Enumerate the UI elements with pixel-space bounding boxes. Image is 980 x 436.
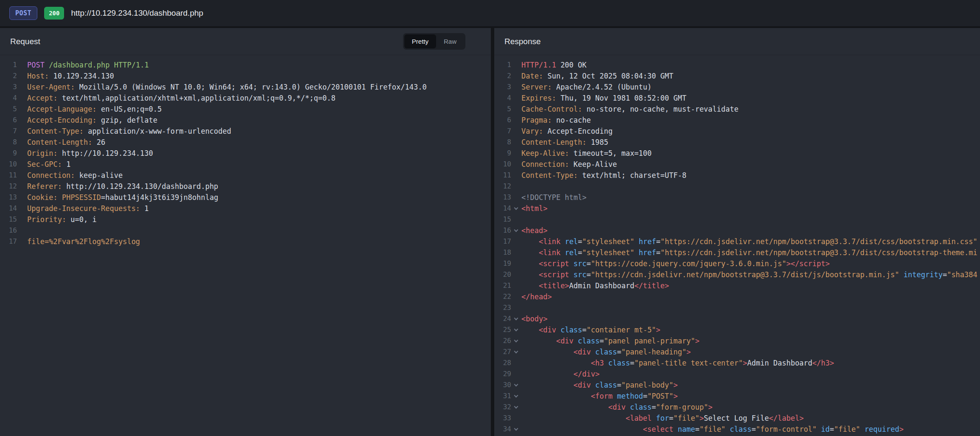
line-number: 19: [494, 258, 511, 269]
fold-chevron-icon[interactable]: [511, 230, 521, 231]
code-line: 15: [494, 214, 980, 225]
line-number: 18: [494, 247, 511, 258]
code-content: <title>Admin Dashboard</title>: [521, 280, 669, 291]
line-number: 5: [494, 104, 511, 115]
line-number: 13: [0, 192, 17, 203]
code-line: 12: [494, 181, 980, 192]
line-number: 27: [494, 346, 511, 357]
line-number: 25: [494, 324, 511, 335]
code-line: 14Upgrade-Insecure-Requests: 1: [0, 203, 491, 214]
code-line: 4Expires: Thu, 19 Nov 1981 08:52:00 GMT: [494, 93, 980, 104]
code-line: 10Connection: Keep-Alive: [494, 159, 980, 170]
line-number: 7: [0, 126, 17, 137]
fold-chevron-icon[interactable]: [511, 340, 521, 342]
code-content: POST /dashboard.php HTTP/1.1: [26, 59, 149, 70]
code-line: 10Sec-GPC: 1: [0, 159, 491, 170]
line-number: 11: [0, 170, 17, 181]
line-number: 21: [494, 280, 511, 291]
code-line: 17file=%2Fvar%2Flog%2Fsyslog: [0, 236, 491, 247]
line-number: 1: [494, 59, 511, 70]
line-number: 28: [494, 357, 511, 368]
pretty-tab[interactable]: Pretty: [404, 34, 436, 48]
method-badge: POST: [9, 6, 37, 20]
code-line: 34 <select name="file" class="form-contr…: [494, 424, 980, 435]
fold-chevron-icon[interactable]: [511, 318, 521, 320]
code-line: 6Accept-Encoding: gzip, deflate: [0, 115, 491, 126]
code-line: 2Date: Sun, 12 Oct 2025 08:04:30 GMT: [494, 70, 980, 82]
request-url[interactable]: http://10.129.234.130/dashboard.php: [71, 8, 203, 18]
code-line: 26 <div class="panel panel-primary">: [494, 335, 980, 346]
code-content: <select name="file" class="form-control"…: [521, 424, 904, 435]
code-line: 3User-Agent: Mozilla/5.0 (Windows NT 10.…: [0, 82, 491, 93]
response-editor[interactable]: 1HTTP/1.1 200 OK2Date: Sun, 12 Oct 2025 …: [494, 55, 980, 436]
code-line: 30 <div class="panel-body">: [494, 380, 980, 391]
pretty-raw-toggle: Pretty Raw: [403, 33, 465, 50]
fold-chevron-icon[interactable]: [511, 406, 521, 408]
line-number: 26: [494, 335, 511, 346]
line-number: 20: [494, 269, 511, 280]
fold-chevron-icon[interactable]: [511, 329, 521, 331]
code-line: 32 <div class="form-group">: [494, 402, 980, 413]
line-number: 24: [494, 313, 511, 324]
response-panel-header: Response: [494, 28, 980, 55]
code-content: Sec-GPC: 1: [26, 159, 70, 170]
code-line: 14<html>: [494, 203, 980, 214]
fold-chevron-icon[interactable]: [511, 384, 521, 386]
code-line: 19 <script src="https://code.jquery.com/…: [494, 258, 980, 269]
code-content: HTTP/1.1 200 OK: [521, 59, 587, 70]
line-number: 1: [0, 59, 17, 70]
status-badge: 200: [44, 7, 64, 20]
line-number: 9: [0, 148, 17, 159]
line-number: 10: [0, 159, 17, 170]
code-content: <form method="POST">: [521, 391, 678, 402]
code-line: 5Cache-Control: no-store, no-cache, must…: [494, 104, 980, 115]
request-editor[interactable]: 1POST /dashboard.php HTTP/1.12Host: 10.1…: [0, 55, 491, 436]
line-number: 16: [494, 225, 511, 236]
line-number: 2: [0, 70, 17, 82]
code-content: </head>: [521, 291, 552, 302]
code-content: Keep-Alive: timeout=5, max=100: [521, 148, 652, 159]
code-line: 7Vary: Accept-Encoding: [494, 126, 980, 137]
code-line: 16: [0, 225, 491, 236]
code-content: <!DOCTYPE html>: [521, 192, 587, 203]
code-content: Content-Type: application/x-www-form-url…: [26, 126, 231, 137]
fold-chevron-icon[interactable]: [511, 395, 521, 397]
fold-chevron-icon[interactable]: [511, 428, 521, 430]
line-number: 34: [494, 424, 511, 435]
line-number: 15: [0, 214, 17, 225]
code-content: Vary: Accept-Encoding: [521, 126, 613, 137]
fold-chevron-icon[interactable]: [511, 208, 521, 209]
line-number: 4: [494, 93, 511, 104]
line-number: 8: [0, 137, 17, 148]
line-number: 14: [0, 203, 17, 214]
topbar: POST 200 http://10.129.234.130/dashboard…: [0, 0, 980, 27]
code-content: Server: Apache/2.4.52 (Ubuntu): [521, 82, 652, 93]
code-content: Expires: Thu, 19 Nov 1981 08:52:00 GMT: [521, 93, 686, 104]
code-content: Content-Type: text/html; charset=UTF-8: [521, 170, 686, 181]
code-content: Accept-Encoding: gzip, deflate: [26, 115, 157, 126]
raw-tab[interactable]: Raw: [436, 34, 464, 48]
code-line: 4Accept: text/html,application/xhtml+xml…: [0, 93, 491, 104]
code-line: 31 <form method="POST">: [494, 391, 980, 402]
line-number: 12: [0, 181, 17, 192]
code-line: 21 <title>Admin Dashboard</title>: [494, 280, 980, 291]
code-line: 22</head>: [494, 291, 980, 302]
code-line: 5Accept-Language: en-US,en;q=0.5: [0, 104, 491, 115]
fold-chevron-icon[interactable]: [511, 351, 521, 353]
line-number: 13: [494, 192, 511, 203]
line-number: 5: [0, 104, 17, 115]
code-line: 12Referer: http://10.129.234.130/dashboa…: [0, 181, 491, 192]
code-content: Date: Sun, 12 Oct 2025 08:04:30 GMT: [521, 70, 673, 82]
line-number: 22: [494, 291, 511, 302]
code-content: Cache-Control: no-store, no-cache, must-…: [521, 104, 739, 115]
code-line: 1POST /dashboard.php HTTP/1.1: [0, 59, 491, 70]
request-panel-header: Request Pretty Raw: [0, 28, 491, 55]
code-line: 27 <div class="panel-heading">: [494, 346, 980, 357]
code-content: <div class="panel-heading">: [521, 346, 691, 357]
line-number: 3: [494, 82, 511, 93]
code-content: <body>: [521, 313, 547, 324]
code-line: 6Pragma: no-cache: [494, 115, 980, 126]
code-content: Connection: keep-alive: [26, 170, 123, 181]
response-panel: Response 1HTTP/1.1 200 OK2Date: Sun, 12 …: [494, 28, 980, 436]
code-line: 28 <h3 class="panel-title text-center">A…: [494, 357, 980, 368]
